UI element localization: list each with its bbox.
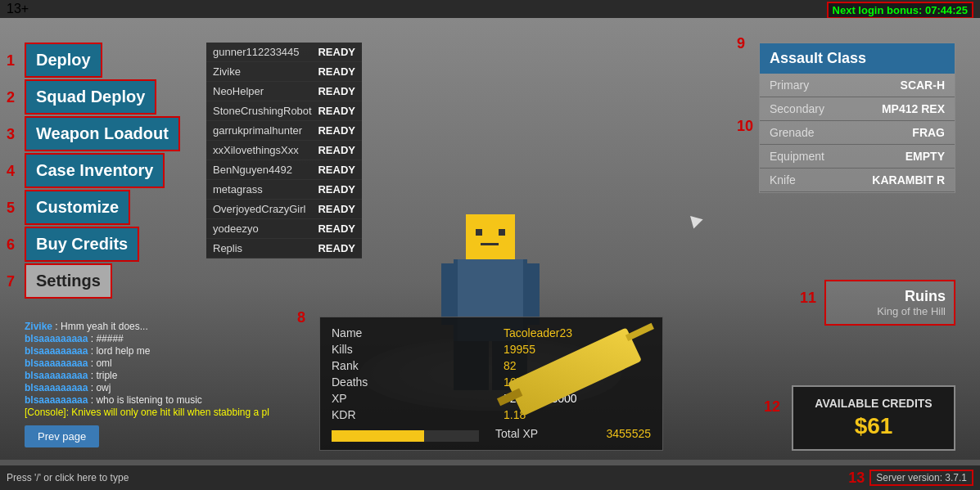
char-face <box>472 229 508 245</box>
bottom-bar-hint[interactable]: Press '/' or click here to type <box>7 472 129 483</box>
sidebar-item-settings[interactable]: 7 Settings <box>25 263 201 299</box>
player-name: gunner112233445 <box>213 46 300 58</box>
chat-separator: : <box>88 357 96 369</box>
assault-row-label: Primary <box>770 79 809 92</box>
player-row: NeoHelperREADY <box>206 82 362 101</box>
stats-kdr-label: KDR <box>332 407 479 422</box>
char-eye-right <box>499 229 505 236</box>
chat-name: blsaaaaaaaaa <box>25 345 88 357</box>
chat-separator: : <box>88 333 96 344</box>
console-msg: [Console]: Knives will only one hit kill… <box>25 407 269 418</box>
player-status: READY <box>318 105 355 117</box>
player-status: READY <box>318 46 355 58</box>
assault-class-row: EquipmentEMPTY <box>760 145 955 169</box>
sidebar-item-buy-credits[interactable]: 6 Buy Credits <box>25 227 201 262</box>
weapon-loadout-button[interactable]: Weapon Loadout <box>25 116 180 151</box>
player-name: Replis <box>213 242 242 254</box>
chat-line: blsaaaaaaaaa : lord help me <box>25 345 303 357</box>
player-row: ZivikeREADY <box>206 62 362 82</box>
prev-page-button[interactable]: Prev page <box>25 425 99 447</box>
player-row: xxXilovethingsXxxREADY <box>206 141 362 160</box>
player-name: Zivike <box>213 65 241 78</box>
annotation-5: 5 <box>7 199 15 216</box>
total-xp-row: Total XP 3455525 <box>495 427 651 440</box>
player-name: xxXilovethingsXxx <box>213 144 299 156</box>
settings-button[interactable]: Settings <box>25 263 112 299</box>
assault-class-row: PrimarySCAR-H <box>760 74 955 97</box>
assault-class-panel: 9 10 Assault Class PrimarySCAR-HSecondar… <box>759 43 955 193</box>
chat-line: Zivike : Hmm yeah it does... <box>25 321 303 332</box>
sidebar-item-customize[interactable]: 5 Customize <box>25 190 201 225</box>
annotation-1: 1 <box>7 52 15 69</box>
sidebar-item-squad-deploy[interactable]: 2 Squad Deploy <box>25 79 201 115</box>
chat-message: lord help me <box>96 345 150 357</box>
deploy-button[interactable]: Deploy <box>25 43 102 78</box>
credits-label: AVAILABLE CREDITS <box>805 397 942 410</box>
player-list: gunner112233445READYZivikeREADYNeoHelper… <box>206 43 362 258</box>
stats-kills-label: Kills <box>332 342 479 357</box>
chat-separator: : <box>88 382 96 393</box>
cursor-icon <box>685 211 702 228</box>
player-name: OverjoyedCrazyGirl <box>213 203 305 215</box>
player-name: yodeezyo <box>213 223 259 235</box>
stats-deaths-label: Deaths <box>332 375 479 389</box>
chat-name: blsaaaaaaaaa <box>25 357 88 369</box>
case-inventory-button[interactable]: Case Inventory <box>25 153 165 188</box>
chat-separator: : <box>52 321 61 332</box>
xp-bar-container <box>332 430 479 442</box>
chat-name: Zivike <box>25 321 52 332</box>
chat-line: blsaaaaaaaaa : owj <box>25 382 303 393</box>
chat-name: blsaaaaaaaaa <box>25 370 88 381</box>
char-head <box>466 214 515 259</box>
char-mouth <box>481 243 499 245</box>
squad-deploy-button[interactable]: Squad Deploy <box>25 79 156 115</box>
player-row: yodeezyoREADY <box>206 219 362 239</box>
player-row: gunner112233445READY <box>206 43 362 62</box>
player-name: garrukprimalhunter <box>213 124 302 137</box>
player-row: ReplisREADY <box>206 239 362 258</box>
chat-message: triple <box>96 370 117 381</box>
annotation-8: 8 <box>297 309 305 326</box>
assault-row-label: Equipment <box>770 150 824 163</box>
sidebar-item-weapon-loadout[interactable]: 3 Weapon Loadout <box>25 116 201 151</box>
stats-name-label: Name <box>332 326 479 340</box>
chat-message: owj <box>96 382 111 393</box>
chat-message: ##### <box>96 333 123 344</box>
chat-separator: : <box>88 345 96 357</box>
sidebar-item-case-inventory[interactable]: 4 Case Inventory <box>25 153 201 188</box>
map-mode: King of the Hill <box>834 305 946 317</box>
chat-separator: : <box>88 370 96 381</box>
chat-name: blsaaaaaaaaa <box>25 394 88 406</box>
chat-message: who is listening to music <box>96 394 201 406</box>
player-status: READY <box>318 223 355 235</box>
assault-row-value: EMPTY <box>905 150 945 163</box>
buy-credits-button[interactable]: Buy Credits <box>25 227 139 262</box>
assault-row-value: FRAG <box>912 126 945 139</box>
login-bonus-badge: Next login bonus: 07:44:25 <box>827 2 973 19</box>
assault-row-value: MP412 REX <box>882 102 945 115</box>
chat-name: blsaaaaaaaaa <box>25 382 88 393</box>
assault-row-label: Secondary <box>770 102 824 115</box>
left-sidebar: 1 Deploy 2 Squad Deploy 3 Weapon Loadout… <box>25 43 201 299</box>
chat-separator: : <box>88 394 96 406</box>
assault-row-label: Knife <box>770 173 796 187</box>
player-status: READY <box>318 164 355 176</box>
assault-class-row: SecondaryMP412 REX <box>760 97 955 121</box>
customize-button[interactable]: Customize <box>25 190 130 225</box>
credits-panel: 12 AVAILABLE CREDITS $61 <box>792 385 955 451</box>
assault-class-row: KnifeKARAMBIT R <box>760 169 955 192</box>
map-name: Ruins <box>834 288 946 305</box>
char-arm-left <box>441 263 458 325</box>
player-status: READY <box>318 85 355 97</box>
xp-bar-fill <box>332 430 424 442</box>
annotation-9: 9 <box>737 35 745 52</box>
assault-class-row: GrenadeFRAG <box>760 121 955 145</box>
player-status: READY <box>318 144 355 156</box>
bottom-bar[interactable]: Press '/' or click here to type 13 Serve… <box>0 465 980 490</box>
map-label: 11 Ruins King of the Hill <box>824 280 955 326</box>
sidebar-item-deploy[interactable]: 1 Deploy <box>25 43 201 78</box>
stats-rank-label: Rank <box>332 358 479 373</box>
chat-message: Hmm yeah it does... <box>61 321 148 332</box>
assault-row-value: SCAR-H <box>901 79 945 92</box>
player-name: StoneCrushingRobot <box>213 105 312 117</box>
